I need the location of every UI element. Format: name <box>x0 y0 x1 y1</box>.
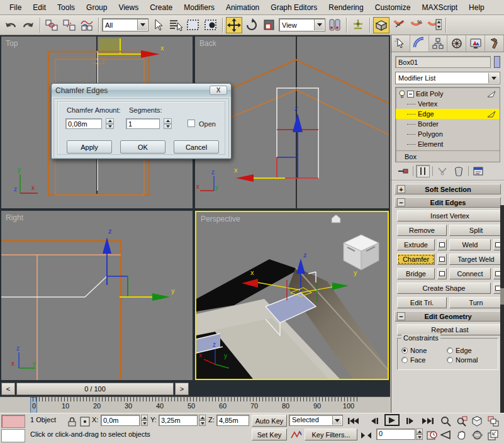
redo-icon[interactable] <box>20 17 36 33</box>
dialog-title-bar[interactable]: Chamfer Edges X <box>52 84 231 97</box>
viewport-right-label[interactable]: Right <box>6 213 23 222</box>
selection-filter-dropdown[interactable]: All <box>102 18 148 31</box>
make-unique-icon[interactable] <box>435 165 449 177</box>
menu-file[interactable]: File <box>4 1 27 14</box>
tab-utilities-icon[interactable] <box>485 35 504 52</box>
close-icon[interactable]: X <box>210 86 227 95</box>
next-frame-icon[interactable] <box>403 415 418 427</box>
tab-motion-icon[interactable] <box>447 35 466 52</box>
time-slider[interactable]: 0 / 100 <box>16 383 174 395</box>
object-name-field[interactable] <box>395 56 491 68</box>
collapse-icon[interactable]: − <box>397 198 405 206</box>
key-filters-button[interactable]: Key Filters... <box>305 429 357 440</box>
insert-vertex-button[interactable]: Insert Vertex <box>397 210 503 222</box>
track-bar[interactable]: ⌒↑↓ 0 10 20 30 40 50 60 70 80 90 100 <box>0 396 390 413</box>
modifier-list-dropdown[interactable]: Modifier List <box>395 72 500 84</box>
select-by-name-icon[interactable] <box>167 17 184 33</box>
selected-set-arrow[interactable] <box>332 416 342 425</box>
maximize-viewport-toggle-icon[interactable] <box>486 429 500 441</box>
remove-modifier-icon[interactable] <box>452 165 466 177</box>
menu-group[interactable]: Group <box>81 1 113 14</box>
arc-rotate-icon[interactable] <box>471 429 484 441</box>
angle-snap-icon[interactable] <box>391 17 407 33</box>
stack-row-box[interactable]: Box <box>396 150 500 160</box>
time-configuration-icon[interactable] <box>425 429 439 441</box>
tab-create-icon[interactable] <box>391 35 410 52</box>
open-checkbox[interactable] <box>188 120 195 127</box>
zoom-all-icon[interactable] <box>455 415 468 427</box>
stack-row-edge[interactable]: Edge <box>396 109 500 119</box>
auto-key-button[interactable]: Auto Key <box>252 415 287 427</box>
rollout-edit-edges[interactable]: − Edit Edges <box>395 197 501 208</box>
segments-field[interactable] <box>126 118 160 129</box>
extrude-button[interactable]: Extrude <box>397 239 435 250</box>
constraint-face-radio[interactable]: Face <box>401 356 447 364</box>
x-coordinate-field[interactable] <box>101 415 140 426</box>
zoom-icon[interactable] <box>439 415 452 427</box>
frame-spinner[interactable] <box>416 429 423 440</box>
previous-frame-icon[interactable] <box>367 415 382 427</box>
time-slider-next-button[interactable]: > <box>175 383 189 395</box>
viewport-right[interactable]: Right z y z x y <box>1 211 193 380</box>
go-to-end-icon[interactable] <box>420 415 435 427</box>
collapse-icon[interactable]: − <box>397 312 405 320</box>
create-shape-button[interactable]: Create Shape <box>397 283 491 294</box>
stack-row-element[interactable]: Element <box>396 139 500 149</box>
show-end-result-icon[interactable] <box>416 165 430 177</box>
selection-lock-icon[interactable] <box>65 415 79 428</box>
bind-spacewarp-icon[interactable] <box>79 17 95 33</box>
viewport-perspective[interactable]: Perspective <box>195 211 389 380</box>
target-weld-button[interactable]: Target Weld <box>449 254 503 265</box>
cancel-button[interactable]: Cancel <box>174 140 219 154</box>
bridge-settings-button[interactable] <box>437 268 447 279</box>
select-object-icon[interactable] <box>150 17 166 33</box>
rollout-edit-geometry[interactable]: − Edit Geometry <box>395 311 501 322</box>
menu-graph-editors[interactable]: Graph Editors <box>265 1 323 14</box>
window-crossing-icon[interactable] <box>203 17 219 33</box>
menu-rendering[interactable]: Rendering <box>323 1 369 14</box>
segments-spinner[interactable] <box>164 118 172 129</box>
use-pivot-center-icon[interactable] <box>327 17 343 33</box>
stack-row-polygon[interactable]: Polygon <box>396 129 500 139</box>
weld-button[interactable]: Weld <box>449 239 491 250</box>
z-coordinate-field[interactable] <box>216 415 249 426</box>
constraint-none-radio[interactable]: None <box>401 347 447 354</box>
modifier-list-arrow[interactable] <box>488 73 499 83</box>
remove-button[interactable]: Remove <box>397 225 447 236</box>
rect-selection-region-icon[interactable] <box>185 17 201 33</box>
spinner-snap-icon[interactable] <box>426 17 442 33</box>
menu-edit[interactable]: Edit <box>27 1 52 14</box>
y-spinner[interactable] <box>199 415 206 426</box>
select-link-icon[interactable] <box>43 17 60 33</box>
menu-maxscript[interactable]: MAXScript <box>416 1 463 14</box>
undo-icon[interactable] <box>3 17 19 33</box>
menu-customize[interactable]: Customize <box>369 1 417 14</box>
constraint-normal-radio[interactable]: Normal <box>447 356 492 364</box>
set-key-button[interactable]: Set Key <box>252 429 287 440</box>
menu-views[interactable]: Views <box>113 1 144 14</box>
key-mode-toggle-icon[interactable] <box>360 429 372 441</box>
split-button[interactable]: Split <box>449 225 503 236</box>
select-move-icon[interactable] <box>226 17 242 33</box>
field-of-view-icon[interactable] <box>439 429 452 441</box>
y-coordinate-field[interactable] <box>159 415 198 426</box>
tab-display-icon[interactable] <box>466 35 485 52</box>
unlink-icon[interactable] <box>61 17 77 33</box>
tab-hierarchy-icon[interactable] <box>429 35 448 52</box>
chamfer-amount-field[interactable] <box>65 118 102 129</box>
panel-scrollbar[interactable] <box>500 205 504 413</box>
chamfer-button[interactable]: Chamfer <box>397 254 435 265</box>
ref-coord-dropdown[interactable]: View <box>279 18 325 31</box>
ref-coord-arrow[interactable] <box>314 20 324 30</box>
stack-row-vertex[interactable]: Vertex <box>396 99 500 109</box>
stack-row-edit-poly[interactable]: Edit Poly <box>396 89 500 99</box>
select-scale-icon[interactable] <box>261 17 277 33</box>
zoom-extents-all-icon[interactable] <box>486 415 500 427</box>
percent-snap-icon[interactable]: % <box>408 17 425 33</box>
pan-hand-icon[interactable] <box>455 429 468 441</box>
viewport-perspective-label[interactable]: Perspective <box>201 215 240 223</box>
chamfer-settings-button[interactable] <box>437 254 447 265</box>
play-icon[interactable] <box>384 414 400 426</box>
menu-tools[interactable]: Tools <box>52 1 81 14</box>
rollout-soft-selection[interactable]: + Soft Selection <box>395 184 501 194</box>
